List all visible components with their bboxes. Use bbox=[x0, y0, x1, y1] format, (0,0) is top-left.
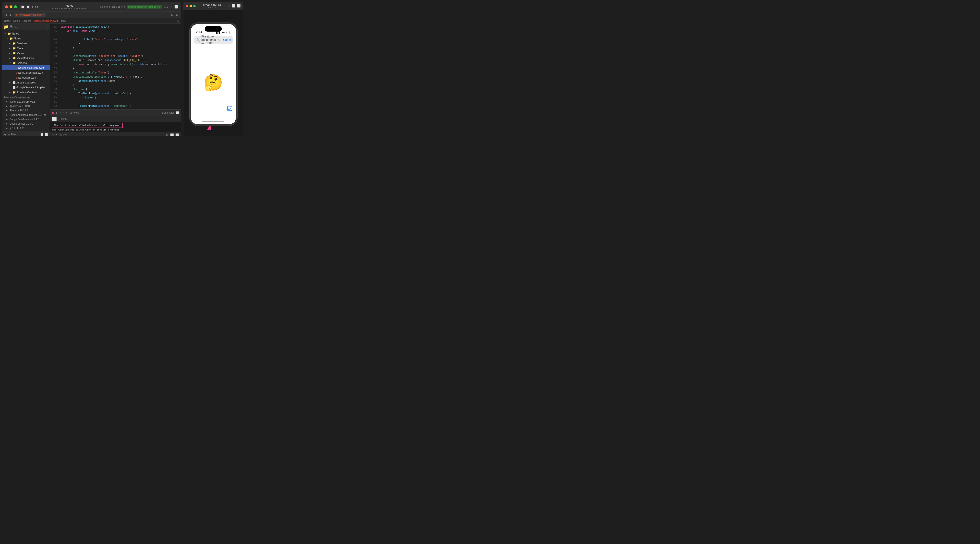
tab-filename: NotesListScreen.swift bbox=[19, 13, 42, 16]
pkg-appcheck[interactable]: ▶AppCheck 10.19.0 bbox=[2, 104, 50, 108]
services-item[interactable]: ▶ 📁 Services bbox=[2, 41, 50, 46]
editor-controls[interactable]: ⊞ bbox=[170, 13, 174, 17]
window-title-info: Notes #1 - Add 'Notes for iOS' sample ap… bbox=[41, 4, 99, 10]
pkg-google-dt[interactable]: ▶GoogleDataTransport 9.4.0 bbox=[2, 117, 50, 121]
home-bar bbox=[202, 121, 224, 122]
char-count: 1 character bbox=[162, 111, 174, 114]
code-text[interactable]: extension NotesListScreen: View { var bo… bbox=[59, 24, 181, 110]
back-button[interactable]: ◀ bbox=[4, 13, 8, 17]
sim-traffic-lights bbox=[186, 5, 196, 7]
console-toggle[interactable]: ⬜ bbox=[176, 111, 179, 114]
clear-console[interactable]: ⬜ bbox=[52, 116, 57, 121]
sidebar-toggle[interactable]: ⬜ bbox=[20, 5, 25, 9]
model-icon: 📁 bbox=[13, 47, 16, 50]
wifi-icon: WiFi bbox=[222, 31, 227, 33]
rotate-icon[interactable]: ⬜ bbox=[237, 4, 241, 8]
viewmodifiers-icon: 📁 bbox=[13, 57, 16, 60]
debug-error-line-2: The function was called with an invalid … bbox=[52, 128, 179, 132]
sim-phone-wrapper: 9:41 ▌▌▌ WiFi 🔋 🔍 Firestone documents in… bbox=[183, 10, 243, 136]
layout-toggle[interactable]: ⬜ bbox=[174, 5, 178, 9]
traffic-lights bbox=[5, 5, 17, 8]
filter-icon[interactable]: ⊞ bbox=[15, 25, 17, 29]
notes-app-file[interactable]: ▶ S NotesApp.swift bbox=[2, 75, 50, 80]
pkg-grpc[interactable]: ▶gRPC 1.62.2 bbox=[2, 126, 50, 130]
debug-controls: ⤷ ⬇ ⬆ bbox=[60, 111, 68, 114]
status-time: 9:41 bbox=[196, 30, 202, 33]
viewmodifiers-item[interactable]: ▶ 📁 ViewModifiers bbox=[2, 56, 50, 60]
note-edit-screen-file[interactable]: ▶ S NoteEditScreen.swift bbox=[2, 70, 50, 75]
editor-toolbar: ◀ ▶ S NotesListScreen.swift × ⊞ ⊞ bbox=[2, 11, 181, 18]
services-icon: 📁 bbox=[13, 42, 16, 45]
filter-toggle[interactable]: ⊞ Filter bbox=[8, 133, 16, 136]
code-container[interactable]: 3536464748495051525354555657585960616263… bbox=[50, 24, 181, 110]
minimize-button[interactable] bbox=[10, 5, 13, 8]
search-clear-button[interactable]: ✕ bbox=[217, 38, 220, 42]
add-file-icon[interactable]: + bbox=[46, 25, 48, 29]
search-field-text[interactable]: Firestone documents in Swift? bbox=[202, 35, 216, 45]
xcode-window: ⬜ ⬜ ▶ ■ ▶ Notes #1 - Add 'Notes for iOS'… bbox=[2, 2, 181, 136]
debug-toolbar: ⬜ | ⊞ Filter bbox=[50, 116, 181, 122]
simulator-panel: iPhone 15 Pro iOS 17.4 ⌂ ⬜ ⬜ bbox=[183, 2, 243, 136]
run-status: Running Notes on iPhone 15 Pro bbox=[127, 5, 162, 9]
trash-icon[interactable]: 🗑 bbox=[166, 134, 169, 136]
add-item-button[interactable]: + bbox=[4, 132, 6, 136]
views-item[interactable]: ▶ 📁 Views bbox=[2, 51, 50, 56]
preview-content-item[interactable]: ▶ 📁 Preview Content bbox=[2, 90, 50, 95]
console-close[interactable]: ⬜ bbox=[175, 134, 179, 136]
sim-title-text: iPhone 15 Pro iOS 17.4 bbox=[197, 3, 227, 9]
plist-item[interactable]: ▶ ⬜ GoogleService-Info.plist bbox=[2, 85, 50, 90]
scheme-selector[interactable]: Notes ▸ iPhone 15 Pro bbox=[100, 5, 125, 8]
fullscreen-button[interactable] bbox=[14, 5, 17, 8]
packages-header: Package Dependencies bbox=[2, 95, 50, 99]
step-out[interactable]: ⬆ bbox=[66, 111, 68, 114]
home-icon[interactable]: ⌂ bbox=[229, 4, 231, 8]
assets-item[interactable]: ▶ ⬜ Assets.xcassets bbox=[2, 80, 50, 85]
close-button[interactable] bbox=[5, 5, 8, 8]
sim-fullscreen-button[interactable] bbox=[193, 5, 196, 7]
notes-list-label: NotesListScreen.swift bbox=[18, 66, 44, 69]
root-label: Notes bbox=[12, 32, 19, 35]
compose-button[interactable] bbox=[227, 106, 232, 112]
sim-device-name: iPhone 15 Pro bbox=[197, 3, 227, 6]
services-label: Services bbox=[17, 42, 27, 45]
plist-icon: ⬜ bbox=[13, 86, 16, 89]
pkg-firebase[interactable]: ▶Firebase 10.24.0 bbox=[2, 108, 50, 113]
search-icon[interactable]: 🔍 bbox=[10, 25, 13, 29]
console-view-toggle[interactable]: 👁 ⚑ bbox=[52, 134, 57, 136]
screens-item[interactable]: ▼ 📁 Screens bbox=[2, 60, 50, 65]
plist-label: GoogleService-Info.plist bbox=[16, 86, 45, 89]
sim-close-button[interactable] bbox=[186, 5, 188, 7]
notes-folder-item[interactable]: ▼ 📁 Notes bbox=[2, 36, 50, 41]
debug-bottom-bar: 👁 ⚑ ⊞ Filter 🗑 ⬜ ⬜ bbox=[50, 132, 181, 136]
pause-button[interactable]: ⏸ bbox=[56, 111, 58, 114]
preview-icon: 📁 bbox=[13, 91, 16, 94]
search-magnifier-icon: 🔍 bbox=[196, 38, 200, 41]
step-over[interactable]: ⤷ bbox=[60, 111, 62, 114]
tab-close[interactable]: × bbox=[43, 14, 45, 16]
notes-app-label: NotesApp.swift bbox=[18, 76, 36, 79]
step-into[interactable]: ⬇ bbox=[63, 111, 65, 114]
model-item[interactable]: ▶ 📁 Model bbox=[2, 46, 50, 51]
forward-button[interactable]: ▶ bbox=[9, 13, 13, 17]
pkg-abseil[interactable]: ▶abseil 1.20240116.01.1 bbox=[2, 99, 50, 104]
root-notes-item[interactable]: ▼ 📁 Notes bbox=[2, 31, 50, 36]
note-edit-label: NoteEditScreen.swift bbox=[18, 71, 43, 74]
pkg-google-meas[interactable]: ▶GoogleAppMeasurement 10.24.0 bbox=[2, 113, 50, 117]
sim-minimize-button[interactable] bbox=[189, 5, 192, 7]
canvas-toggle[interactable]: ⬜ bbox=[26, 5, 30, 9]
lock-icon[interactable]: ⬜ bbox=[232, 4, 235, 8]
search-cancel-button[interactable]: Cancel bbox=[223, 38, 232, 41]
notes-list-screen-file[interactable]: ▶ S NotesListScreen.swift bbox=[2, 65, 50, 70]
code-editor: 3536464748495051525354555657585960616263… bbox=[50, 24, 181, 136]
pkg-google-util[interactable]: ▶GoogleUtilities 7.13.1 bbox=[2, 121, 50, 126]
warning-indicator[interactable]: ⚠ bbox=[177, 19, 179, 22]
iphone-search-bar[interactable]: 🔍 Firestone documents in Swift? ✕ Cancel bbox=[194, 36, 233, 44]
simulator-title-bar: iPhone 15 Pro iOS 17.4 ⌂ ⬜ ⬜ bbox=[183, 2, 243, 10]
filter-console[interactable]: ⊞ Filter bbox=[61, 118, 68, 120]
split-view[interactable]: ⬜ bbox=[170, 134, 174, 136]
add-button[interactable]: + bbox=[170, 5, 172, 9]
active-tab[interactable]: S NotesListScreen.swift × bbox=[14, 13, 46, 17]
debug-divider: | bbox=[58, 117, 59, 121]
error-indicator: ■ bbox=[52, 111, 54, 115]
jump-bar-controls[interactable]: ⊞ bbox=[175, 13, 179, 17]
